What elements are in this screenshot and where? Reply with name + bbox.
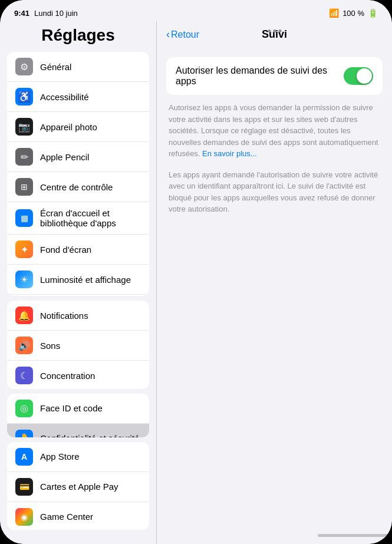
notifications-icon: 🔔 <box>15 306 33 324</box>
toggle-switch[interactable] <box>344 67 373 85</box>
wallet-icon: 💳 <box>15 478 33 496</box>
dot-2 <box>273 29 276 32</box>
sidebar-item-pencil[interactable]: ✏ Apple Pencil <box>7 142 149 172</box>
battery-icon: 🔋 <box>368 8 378 18</box>
sidebar-item-multitask[interactable]: ▣ Multitâche et gestes <box>7 295 149 296</box>
accessibility-icon: ♿ <box>15 88 33 105</box>
status-date: Lundi 10 juin <box>34 9 78 18</box>
sidebar-item-camera[interactable]: 📷 Appareil photo <box>7 112 149 142</box>
sidebar-item-faceid[interactable]: ◎ Face ID et code <box>7 394 149 424</box>
sidebar-item-display[interactable]: ☀ Luminosité et affichage <box>7 265 149 295</box>
sidebar-item-notifications[interactable]: 🔔 Notifications <box>7 301 149 331</box>
privacy-icon: 🤚 <box>15 430 33 437</box>
wifi-icon: 📶 <box>329 8 339 18</box>
main-content: Réglages ⚙ Général ♿ Accessibilité 📷 App… <box>0 21 392 544</box>
toggle-knob <box>357 68 372 84</box>
pencil-icon: ✏ <box>15 148 33 166</box>
wallet-label: Cartes et Apple Pay <box>40 482 141 492</box>
sidebar-item-wallpaper[interactable]: ✦ Fond d'écran <box>7 235 149 265</box>
faceid-icon: ◎ <box>15 400 33 417</box>
battery-text: 100 % <box>342 9 364 18</box>
back-button[interactable]: ‹ Retour <box>166 28 199 41</box>
privacy-label: Confidentialité et sécurité <box>40 433 141 437</box>
home-bar <box>318 534 388 537</box>
toggle-label: Autoriser les demandes de suivi des apps <box>176 65 344 87</box>
sidebar-item-privacy[interactable]: 🤚 Confidentialité et sécurité <box>7 424 149 437</box>
sidebar-item-gamecenter[interactable]: ◉ Game Center <box>7 502 149 530</box>
notifications-label: Notifications <box>40 311 141 321</box>
dots-indicator <box>268 29 281 32</box>
sidebar-item-concentration[interactable]: ☾ Concentration <box>7 361 149 388</box>
status-time: 9:41 <box>14 9 29 18</box>
right-content: Autoriser les demandes de suivi des apps… <box>157 48 392 529</box>
sidebar-item-appstore[interactable]: A App Store <box>7 442 149 472</box>
sidebar-item-sons[interactable]: 🔊 Sons <box>7 331 149 361</box>
sidebar-section-3: ◎ Face ID et code 🤚 Confidentialité et s… <box>7 394 149 437</box>
status-right: 📶 100 % 🔋 <box>329 8 378 18</box>
sidebar: Réglages ⚙ Général ♿ Accessibilité 📷 App… <box>0 21 156 544</box>
dot-3 <box>278 29 281 32</box>
camera-label: Appareil photo <box>40 122 141 132</box>
home-indicator <box>157 529 392 544</box>
back-chevron-icon: ‹ <box>166 28 170 41</box>
back-label: Retour <box>171 29 199 40</box>
screen: 9:41 Lundi 10 juin 📶 100 % 🔋 Réglages ⚙ … <box>0 0 392 544</box>
sidebar-item-general[interactable]: ⚙ Général <box>7 52 149 82</box>
gamecenter-label: Game Center <box>40 512 141 522</box>
appstore-label: App Store <box>40 451 141 461</box>
camera-icon: 📷 <box>15 118 33 136</box>
display-label: Luminosité et affichage <box>40 275 141 285</box>
description-text-2: Les apps ayant demandé l'autorisation de… <box>166 169 383 215</box>
sidebar-item-control[interactable]: ⊞ Centre de contrôle <box>7 172 149 202</box>
sidebar-item-accessibility[interactable]: ♿ Accessibilité <box>7 82 149 112</box>
concentration-label: Concentration <box>40 371 141 381</box>
appstore-icon: A <box>15 448 33 466</box>
general-label: Général <box>40 62 141 72</box>
accessibility-label: Accessibilité <box>40 92 141 102</box>
sidebar-section-4: A App Store 💳 Cartes et Apple Pay ◉ Game… <box>7 442 149 530</box>
display-icon: ☀ <box>15 271 33 288</box>
dot-1 <box>268 29 271 32</box>
control-label: Centre de contrôle <box>40 182 141 192</box>
sons-icon: 🔊 <box>15 337 33 354</box>
wallpaper-label: Fond d'écran <box>40 245 141 255</box>
general-icon: ⚙ <box>15 58 33 75</box>
sidebar-item-wallet[interactable]: 💳 Cartes et Apple Pay <box>7 472 149 502</box>
sidebar-section-1: ⚙ Général ♿ Accessibilité 📷 Appareil pho… <box>7 52 149 296</box>
toggle-section: Autoriser les demandes de suivi des apps <box>166 57 383 95</box>
learn-more-link[interactable]: En savoir plus... <box>202 149 257 158</box>
pencil-label: Apple Pencil <box>40 152 141 162</box>
faceid-label: Face ID et code <box>40 403 141 413</box>
wallpaper-icon: ✦ <box>15 240 33 258</box>
description-text-1: Autorisez les apps à vous demander la pe… <box>166 102 383 160</box>
sidebar-item-homescreen[interactable]: ▦ Écran d'accueil et bibliothèque d'apps <box>7 202 149 235</box>
sons-label: Sons <box>40 341 141 351</box>
homescreen-icon: ▦ <box>15 209 33 227</box>
sidebar-title: Réglages <box>0 21 156 52</box>
control-icon: ⊞ <box>15 178 33 196</box>
homescreen-label: Écran d'accueil et bibliothèque d'apps <box>40 208 141 228</box>
gamecenter-icon: ◉ <box>15 508 33 526</box>
right-header: ‹ Retour Suivi <box>157 21 392 48</box>
status-bar: 9:41 Lundi 10 juin 📶 100 % 🔋 <box>0 0 392 21</box>
sidebar-section-2: 🔔 Notifications 🔊 Sons ☾ Concentration ⏱… <box>7 301 149 388</box>
concentration-icon: ☾ <box>15 367 33 384</box>
right-panel: ‹ Retour Suivi Autoriser les demandes de… <box>157 21 392 544</box>
